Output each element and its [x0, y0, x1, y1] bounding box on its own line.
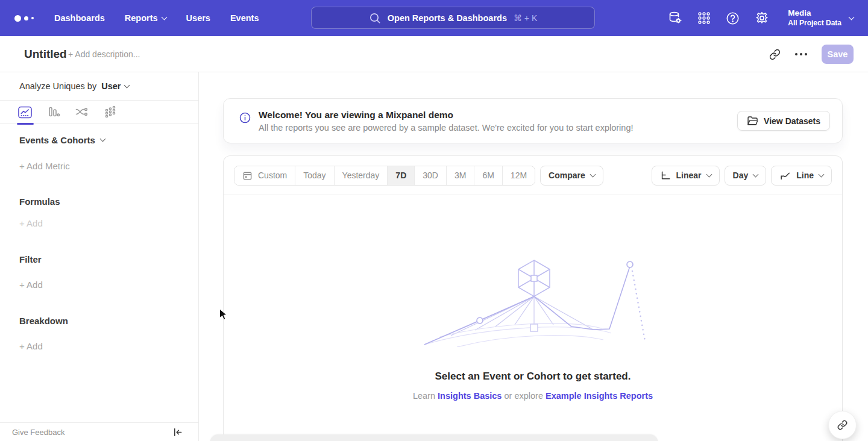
- tab-retention-grid[interactable]: [103, 105, 117, 119]
- chevron-down-icon: [706, 171, 712, 177]
- mixpanel-insights-page: Dashboards Reports Users Events Open Rep…: [0, 0, 868, 441]
- tab-bar-chart[interactable]: [46, 105, 60, 119]
- chevron-down-icon: [161, 14, 167, 20]
- add-metric-button[interactable]: + Add Metric: [19, 161, 70, 171]
- search-icon: [369, 12, 381, 24]
- settings-gear-icon[interactable]: [755, 11, 769, 25]
- interval-dropdown[interactable]: Day: [725, 166, 767, 186]
- project-switcher[interactable]: Media All Project Data: [788, 8, 854, 28]
- save-button[interactable]: Save: [822, 45, 854, 64]
- nav-item-events[interactable]: Events: [230, 13, 259, 23]
- insights-basics-link[interactable]: Insights Basics: [438, 391, 502, 401]
- project-name: Media: [788, 8, 841, 19]
- tab-insights-chart[interactable]: [18, 105, 32, 119]
- report-canvas: Welcome! You are viewing a Mixpanel demo…: [199, 72, 868, 441]
- welcome-banner: Welcome! You are viewing a Mixpanel demo…: [223, 98, 843, 143]
- report-description-field[interactable]: + Add description...: [68, 36, 140, 72]
- date-range-30d[interactable]: 30D: [415, 166, 447, 185]
- date-range-segmented-control: Custom Today Yesterday 7D 30D 3M 6M 12M: [234, 166, 535, 186]
- events-cohorts-section-header[interactable]: Events & Cohorts: [19, 135, 105, 145]
- empty-state-title: Select an Event or Cohort to get started…: [224, 371, 842, 383]
- chevron-down-icon: [849, 14, 855, 20]
- report-header: Untitled + Add description... Save: [0, 36, 868, 72]
- give-feedback-link[interactable]: Give Feedback: [12, 428, 64, 437]
- chevron-down-icon: [99, 136, 105, 142]
- compare-dropdown[interactable]: Compare: [540, 166, 603, 186]
- info-icon: [239, 112, 251, 124]
- share-link-fab[interactable]: [828, 411, 857, 439]
- data-management-icon[interactable]: [668, 11, 682, 25]
- tab-flow-chart[interactable]: [75, 105, 89, 119]
- top-navbar: Dashboards Reports Users Events Open Rep…: [0, 0, 868, 36]
- banner-title: Welcome! You are viewing a Mixpanel demo: [259, 110, 634, 120]
- date-range-6m[interactable]: 6M: [474, 166, 502, 185]
- view-datasets-button[interactable]: View Datasets: [737, 111, 830, 131]
- nav-item-users[interactable]: Users: [186, 13, 210, 23]
- chart-toolbar: Custom Today Yesterday 7D 30D 3M 6M 12M …: [224, 156, 842, 195]
- line-chart-icon: [779, 170, 791, 181]
- analyze-uniques-label: Analyze Uniques by: [19, 81, 96, 91]
- chevron-down-icon: [124, 82, 130, 88]
- date-range-12m[interactable]: 12M: [503, 166, 535, 185]
- insights-report-card: Custom Today Yesterday 7D 30D 3M 6M 12M …: [223, 155, 843, 441]
- bottom-panel-peek: [210, 434, 658, 441]
- report-title[interactable]: Untitled: [24, 36, 67, 72]
- example-insights-reports-link[interactable]: Example Insights Reports: [546, 391, 653, 401]
- empty-state-help-text: Learn Insights Basics or explore Example…: [224, 391, 842, 401]
- folder-icon: [747, 116, 758, 126]
- add-filter-button[interactable]: + Add: [19, 280, 43, 290]
- banner-subtitle: All the reports you see are powered by a…: [259, 123, 634, 133]
- axes-icon: [660, 170, 671, 181]
- active-tab-indicator: [17, 123, 34, 125]
- date-range-7d[interactable]: 7D: [388, 166, 415, 185]
- analyze-by-dropdown[interactable]: User: [101, 81, 129, 91]
- chevron-down-icon: [753, 171, 759, 177]
- breakdown-section-header: Breakdown: [19, 316, 68, 326]
- formulas-section-header: Formulas: [19, 196, 60, 207]
- more-options-icon[interactable]: [795, 53, 807, 55]
- copy-link-icon[interactable]: [769, 49, 781, 60]
- query-sidebar: Analyze Uniques by User: [0, 72, 199, 441]
- date-range-3m[interactable]: 3M: [447, 166, 474, 185]
- chevron-down-icon: [819, 171, 825, 177]
- sidebar-footer: Give Feedback: [0, 422, 198, 441]
- mixpanel-logo[interactable]: [14, 15, 34, 22]
- date-range-custom[interactable]: Custom: [234, 166, 295, 185]
- filter-section-header: Filter: [19, 254, 42, 264]
- date-range-yesterday[interactable]: Yesterday: [335, 166, 388, 185]
- search-placeholder: Open Reports & Dashboards: [388, 13, 507, 23]
- empty-state-illustration: [420, 257, 649, 347]
- chevron-down-icon: [590, 171, 596, 177]
- add-formula-button[interactable]: + Add: [19, 218, 43, 228]
- chart-type-dropdown[interactable]: Line: [771, 166, 832, 186]
- nav-item-reports[interactable]: Reports: [125, 13, 166, 23]
- global-search-input[interactable]: Open Reports & Dashboards ⌘ + K: [311, 7, 595, 29]
- calendar-icon: [242, 170, 253, 181]
- apps-grid-icon[interactable]: [697, 11, 711, 25]
- help-icon[interactable]: [726, 11, 740, 25]
- add-breakdown-button[interactable]: + Add: [19, 341, 43, 351]
- scale-dropdown[interactable]: Linear: [652, 166, 720, 186]
- visualization-tabs: [0, 101, 198, 124]
- search-shortcut: ⌘ + K: [514, 13, 537, 23]
- project-scope: All Project Data: [788, 19, 841, 28]
- collapse-sidebar-icon[interactable]: [172, 427, 183, 437]
- date-range-today[interactable]: Today: [295, 166, 334, 185]
- nav-item-dashboards[interactable]: Dashboards: [54, 13, 105, 23]
